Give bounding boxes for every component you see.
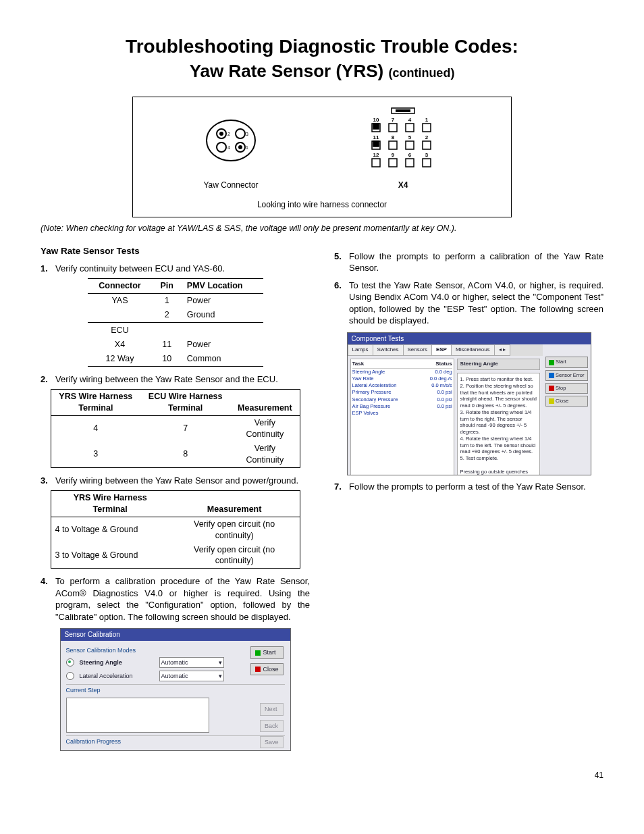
svg-point-0 xyxy=(207,120,255,161)
svg-text:2: 2 xyxy=(425,134,429,140)
table-wiring-power: YRS Wire Harness TerminalMeasurement 4 t… xyxy=(51,490,300,569)
yaw-connector-svg: 2 3 4 1 xyxy=(190,113,271,174)
svg-text:1: 1 xyxy=(425,117,429,123)
svg-rect-37 xyxy=(406,159,414,167)
step-3: 3. Verify wiring between the Yaw Rate Se… xyxy=(41,475,310,487)
table-continuity: ConnectorPinPMV Location YAS1Power 2Grou… xyxy=(88,278,263,366)
page-number: 41 xyxy=(41,770,603,781)
harness-label: Looking into wire harness connector xyxy=(133,199,511,210)
x4-connector-svg: 10741 11852 12963 xyxy=(352,107,454,174)
svg-text:7: 7 xyxy=(392,117,395,123)
svg-rect-26 xyxy=(373,124,379,129)
svg-text:2: 2 xyxy=(227,132,230,136)
svg-point-6 xyxy=(238,145,242,149)
svg-rect-31 xyxy=(373,141,379,147)
svg-text:11: 11 xyxy=(373,134,379,140)
page-title: Troubleshooting Diagnostic Trouble Codes… xyxy=(41,34,603,83)
connector-diagram: 2 3 4 1 Yaw Connector 10741 11852 12963 xyxy=(132,97,512,217)
svg-rect-38 xyxy=(423,159,431,167)
svg-text:5: 5 xyxy=(408,134,412,140)
svg-text:4: 4 xyxy=(408,117,412,123)
section-title: Yaw Rate Sensor Tests xyxy=(41,245,310,257)
svg-point-2 xyxy=(219,132,223,136)
svg-rect-12 xyxy=(396,109,410,112)
x4-label: X4 xyxy=(352,180,454,190)
svg-rect-29 xyxy=(423,124,431,132)
svg-text:1: 1 xyxy=(246,145,248,150)
step-1: 1. Verify continuity between ECU and YAS… xyxy=(41,263,310,275)
step-6: 6. To test the Yaw Rate Sensor, ACom V4.… xyxy=(334,280,603,327)
svg-text:4: 4 xyxy=(227,145,230,150)
svg-text:3: 3 xyxy=(246,132,248,136)
svg-text:9: 9 xyxy=(392,152,395,158)
svg-rect-36 xyxy=(389,159,397,167)
component-test-screenshot: Component Tests Lamps Switches Sensors E… xyxy=(347,332,591,475)
step-7: 7. Follow the prompts to perform a test … xyxy=(334,481,603,493)
voltage-note: (Note: When checking for voltage at YAW/… xyxy=(41,223,603,234)
svg-text:10: 10 xyxy=(373,117,379,123)
svg-text:12: 12 xyxy=(373,152,379,158)
step-2: 2. Verify wiring between the Yaw Rate Se… xyxy=(41,373,310,386)
svg-rect-28 xyxy=(406,124,414,132)
svg-point-4 xyxy=(217,142,226,152)
svg-text:3: 3 xyxy=(425,152,429,158)
calibration-screenshot: Sensor Calibration Sensor Calibration Mo… xyxy=(60,628,291,751)
svg-text:6: 6 xyxy=(408,152,412,158)
svg-rect-33 xyxy=(406,141,414,149)
svg-text:8: 8 xyxy=(392,134,395,140)
svg-point-3 xyxy=(236,129,245,138)
yaw-connector-label: Yaw Connector xyxy=(190,180,271,190)
svg-rect-35 xyxy=(372,159,380,167)
svg-rect-27 xyxy=(389,124,397,132)
step-5: 5. Follow the prompts to perform a calib… xyxy=(334,251,603,274)
svg-rect-34 xyxy=(423,141,431,149)
step-4: 4. To perform a calibration procedure of… xyxy=(41,575,310,623)
table-wiring-ecu: YRS Wire Harness TerminalECU Wire Harnes… xyxy=(51,389,300,467)
svg-rect-32 xyxy=(389,141,397,149)
